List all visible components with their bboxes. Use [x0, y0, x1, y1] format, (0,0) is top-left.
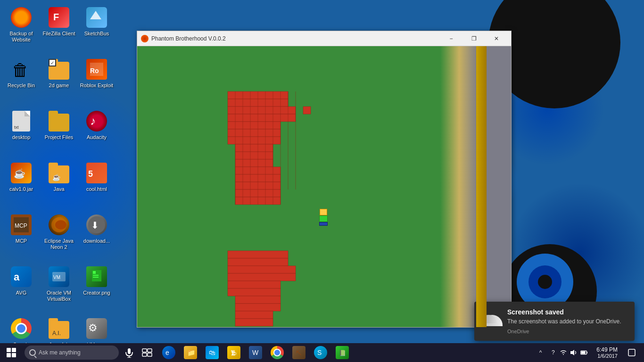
desktop-icon-vbox[interactable]: VM Oracle VM VirtualBox — [40, 262, 78, 313]
svg-rect-59 — [128, 348, 131, 354]
desktop-icon-mcp[interactable]: MCP MCP — [2, 210, 40, 262]
game-window: Phantom Brotherhood V.0.0.2 − ❐ ✕ — [137, 31, 512, 328]
taskbar-app-edge[interactable]: e — [158, 343, 179, 362]
clock-date: 1/6/2017 — [597, 353, 618, 359]
svg-rect-46 — [235, 296, 281, 304]
desktop-icon-creator[interactable]: Creator.png — [78, 262, 116, 313]
svg-text:a: a — [14, 271, 20, 283]
task-view-button[interactable] — [138, 343, 157, 362]
desktop-icon-audacity[interactable]: ♪ Audacity — [78, 106, 116, 158]
svg-rect-40 — [228, 251, 288, 258]
taskbar-app-store[interactable]: 🛍 — [202, 343, 223, 362]
taskbar-app-green[interactable]: 📗 — [332, 343, 353, 362]
svg-rect-27 — [228, 114, 296, 122]
svg-rect-41 — [228, 258, 288, 266]
taskbar-apps: e 📁 🛍 🗜 W — [157, 343, 537, 362]
svg-text:MCP: MCP — [15, 222, 27, 229]
icon-label-vbox: Oracle VM VirtualBox — [42, 290, 76, 302]
icon-label-download: download... — [83, 238, 110, 244]
taskbar-app-zip[interactable]: 🗜 — [223, 343, 244, 362]
clock-time: 6:49 PM — [596, 346, 618, 353]
svg-text:⬇: ⬇ — [91, 220, 99, 230]
taskbar-right: ^ ? — [537, 343, 644, 362]
icon-label-desktop: desktop — [12, 134, 31, 140]
action-center-button[interactable] — [623, 343, 640, 362]
desktop-icon-avg[interactable]: a AVG — [2, 262, 40, 313]
svg-rect-49 — [235, 319, 273, 326]
desktop-icon-desktop[interactable]: txt desktop — [2, 106, 40, 158]
svg-rect-28 — [228, 122, 281, 129]
desktop-icon-2d-game[interactable]: ✓ 2d game — [40, 54, 78, 106]
mcp-icon: MCP — [11, 214, 32, 235]
zip-taskbar-icon: 🗜 — [227, 346, 240, 359]
icon-label-calv-jar: calv1.0.jar — [9, 186, 33, 192]
svg-text:Ro: Ro — [90, 67, 99, 74]
svg-rect-20 — [93, 275, 99, 276]
chrome-taskbar-icon — [271, 346, 284, 359]
taskbar-app-skype[interactable]: S — [310, 343, 331, 362]
desktop-icon-backup-website[interactable]: Backup of Website — [2, 2, 40, 54]
desktop: Backup of Website F FileZilla Client — [0, 0, 644, 362]
taskbar-app-chrome[interactable] — [267, 343, 288, 362]
svg-rect-21 — [93, 277, 99, 278]
desktop-icon-filezilla[interactable]: F FileZilla Client — [40, 2, 78, 54]
svg-rect-32 — [235, 144, 273, 152]
close-button[interactable]: ✕ — [486, 31, 507, 46]
desktop-icon-download[interactable]: ⬇ download... — [78, 210, 116, 262]
svg-rect-76 — [581, 351, 586, 354]
vmware-icon: ⚙ — [86, 318, 107, 339]
desktop-icon-eclipse[interactable]: Eclipse Java Neon 2 — [40, 210, 78, 262]
svg-rect-64 — [142, 353, 147, 356]
icon-label-java: Java — [53, 186, 64, 192]
window-titlebar[interactable]: Phantom Brotherhood V.0.0.2 − ❐ ✕ — [137, 31, 511, 46]
tray-expand-button[interactable]: ^ — [537, 343, 545, 362]
desktop-icon-cool-html[interactable]: 5 cool.html — [78, 158, 116, 210]
tray-network-icon — [560, 349, 567, 356]
svg-text:🗜: 🗜 — [231, 350, 236, 356]
start-button[interactable] — [0, 343, 23, 362]
icon-label-project-files: Project Files — [45, 134, 74, 140]
svg-rect-63 — [148, 349, 152, 352]
svg-text:📗: 📗 — [339, 349, 346, 356]
svg-rect-19 — [93, 271, 96, 274]
minimize-button[interactable]: − — [440, 31, 462, 46]
window-app-icon — [141, 35, 149, 42]
cortana-button[interactable] — [121, 343, 138, 362]
svg-rect-29 — [228, 129, 281, 137]
desktop-icon-java[interactable]: ☕ Java — [40, 158, 78, 210]
roblox-icon: Ro — [86, 59, 107, 80]
taskbar-clock[interactable]: 6:49 PM 1/6/2017 — [593, 343, 621, 362]
svg-rect-62 — [142, 349, 147, 352]
svg-text:⛏: ⛏ — [296, 350, 301, 356]
folder-gray-icon — [49, 114, 69, 132]
onedrive-notification[interactable]: Screenshot saved The screenshot was adde… — [474, 302, 635, 341]
desktop-icon-calv-jar[interactable]: ☕ calv1.0.jar — [2, 158, 40, 210]
desktop-icon-sketchbus[interactable]: SketchBus — [78, 2, 116, 54]
taskbar-app-explorer[interactable]: 📁 — [180, 343, 201, 362]
icon-label-audacity: Audacity — [87, 134, 107, 140]
svg-rect-47 — [235, 304, 281, 311]
svg-text:⚙: ⚙ — [88, 322, 98, 334]
svg-text:📁: 📁 — [187, 349, 195, 357]
notification-title: Screenshot saved — [507, 308, 627, 316]
search-placeholder: Ask me anything — [39, 349, 81, 356]
notification-body: The screenshot was added to your OneDriv… — [507, 318, 627, 326]
svg-text:e: e — [165, 349, 169, 356]
filezilla-icon: F — [49, 7, 69, 28]
audacity-icon: ♪ — [86, 111, 107, 132]
desktop-icon-recycle[interactable]: 🗑 Recycle Bin — [2, 54, 40, 106]
taskbar-app-word[interactable]: W — [245, 343, 266, 362]
icon-label-creator: Creator.png — [83, 290, 110, 296]
svg-rect-77 — [587, 352, 588, 354]
restore-button[interactable]: ❐ — [463, 31, 485, 46]
taskbar-search[interactable]: Ask me anything — [25, 346, 119, 360]
svg-rect-31 — [303, 107, 311, 114]
tray-icons[interactable]: ? — [546, 343, 591, 362]
svg-point-12 — [55, 220, 66, 230]
svg-text:5: 5 — [88, 169, 93, 179]
svg-rect-43 — [228, 273, 296, 281]
java-folder-icon: ☕ — [49, 165, 69, 183]
desktop-icon-project-files[interactable]: Project Files — [40, 106, 78, 158]
desktop-icon-roblox[interactable]: Ro Roblox Exploit — [78, 54, 116, 106]
taskbar-app-minecraft[interactable]: ⛏ — [289, 343, 309, 362]
